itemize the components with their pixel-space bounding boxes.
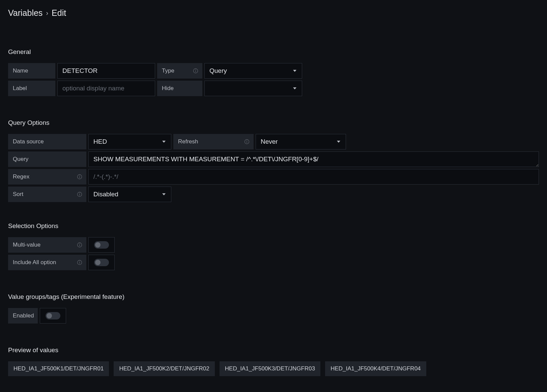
include-all-toggle[interactable] bbox=[94, 259, 109, 266]
svg-rect-4 bbox=[247, 141, 247, 143]
preview-chip: HED_IA1_JF500K2/DET/JNGFR02 bbox=[114, 361, 214, 376]
regex-input[interactable] bbox=[88, 169, 539, 185]
info-icon bbox=[193, 68, 198, 74]
label-type: Type bbox=[157, 63, 202, 79]
svg-point-15 bbox=[78, 260, 82, 265]
svg-rect-1 bbox=[195, 71, 196, 72]
label-regex: Regex bbox=[8, 169, 86, 185]
svg-rect-17 bbox=[79, 261, 80, 261]
svg-rect-2 bbox=[195, 69, 196, 70]
preview-values: HED_IA1_JF500K1/DET/JNGFR01 HED_IA1_JF50… bbox=[8, 361, 539, 376]
label-sort: Sort bbox=[8, 187, 86, 202]
value-groups-enabled-toggle-cell bbox=[40, 308, 66, 324]
label-include-all: Include All option bbox=[8, 255, 86, 270]
label-datasource: Data source bbox=[8, 134, 86, 149]
label-input[interactable] bbox=[57, 81, 155, 96]
multi-value-toggle-cell bbox=[88, 237, 115, 253]
section-title-query-options: Query Options bbox=[8, 119, 539, 127]
info-icon bbox=[244, 139, 250, 144]
svg-rect-5 bbox=[247, 140, 247, 141]
chevron-right-icon: › bbox=[46, 9, 48, 17]
svg-point-0 bbox=[194, 69, 198, 73]
svg-rect-16 bbox=[79, 262, 80, 264]
svg-rect-11 bbox=[79, 193, 80, 193]
datasource-select[interactable]: HED bbox=[88, 134, 171, 149]
svg-rect-7 bbox=[79, 176, 80, 178]
svg-point-6 bbox=[78, 175, 82, 179]
svg-rect-14 bbox=[79, 244, 80, 244]
preview-chip: HED_IA1_JF500K1/DET/JNGFR01 bbox=[8, 361, 109, 376]
svg-rect-13 bbox=[79, 245, 80, 246]
refresh-select[interactable]: Never bbox=[256, 134, 346, 149]
caret-down-icon bbox=[293, 87, 296, 89]
breadcrumb-root[interactable]: Variables bbox=[8, 8, 42, 18]
include-all-toggle-cell bbox=[88, 255, 115, 270]
section-title-preview: Preview of values bbox=[8, 346, 539, 354]
preview-chip: HED_IA1_JF500K4/DET/JNGFR04 bbox=[325, 361, 426, 376]
value-groups-enabled-toggle[interactable] bbox=[46, 312, 60, 319]
sort-select[interactable]: Disabled bbox=[88, 187, 171, 202]
breadcrumb: Variables › Edit bbox=[8, 8, 539, 18]
info-icon bbox=[77, 192, 82, 197]
label-label: Label bbox=[8, 81, 55, 96]
info-icon bbox=[77, 174, 82, 179]
section-title-general: General bbox=[8, 48, 539, 56]
section-title-selection-options: Selection Options bbox=[8, 222, 539, 230]
info-icon bbox=[77, 242, 82, 248]
caret-down-icon bbox=[293, 70, 296, 72]
query-textarea[interactable] bbox=[88, 151, 539, 167]
svg-rect-10 bbox=[79, 194, 80, 196]
svg-rect-8 bbox=[79, 175, 80, 176]
info-icon bbox=[77, 260, 82, 265]
caret-down-icon bbox=[162, 141, 166, 143]
name-input[interactable] bbox=[57, 63, 155, 79]
label-refresh: Refresh bbox=[173, 134, 254, 149]
section-title-value-groups: Value groups/tags (Experimental feature) bbox=[8, 293, 539, 301]
svg-point-12 bbox=[78, 243, 82, 247]
svg-point-3 bbox=[245, 140, 249, 144]
label-name: Name bbox=[8, 63, 55, 79]
breadcrumb-current: Edit bbox=[52, 8, 66, 18]
svg-point-9 bbox=[78, 192, 82, 197]
hide-select[interactable] bbox=[204, 81, 302, 96]
label-multi-value: Multi-value bbox=[8, 237, 86, 253]
label-hide: Hide bbox=[157, 81, 202, 96]
multi-value-toggle[interactable] bbox=[94, 241, 109, 249]
caret-down-icon bbox=[337, 141, 340, 143]
label-query: Query bbox=[8, 151, 86, 167]
label-enabled: Enabled bbox=[8, 308, 38, 324]
type-select[interactable]: Query bbox=[204, 63, 302, 79]
preview-chip: HED_IA1_JF500K3/DET/JNGFR03 bbox=[220, 361, 320, 376]
caret-down-icon bbox=[162, 193, 166, 195]
